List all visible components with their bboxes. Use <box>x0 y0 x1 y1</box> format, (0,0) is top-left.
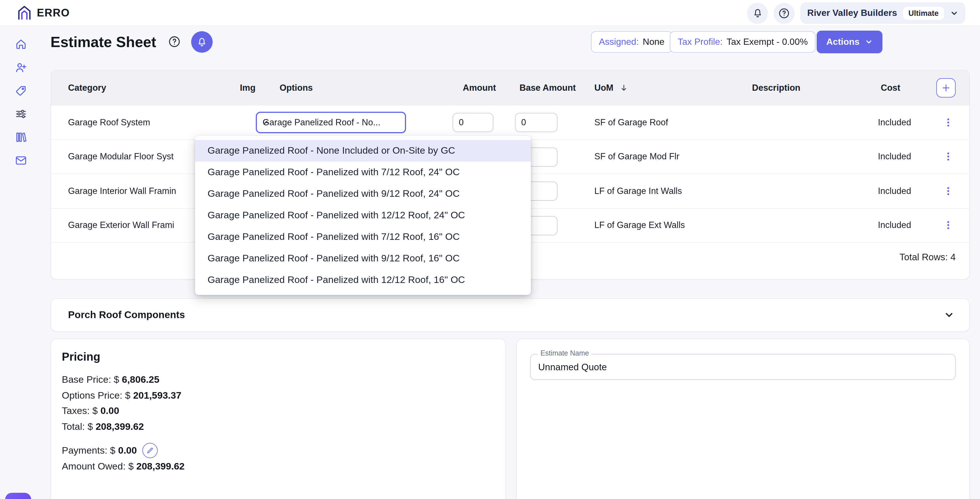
plan-badge: Ultimate <box>903 6 944 19</box>
porch-roof-section-header[interactable]: Porch Roof Components <box>51 298 970 332</box>
price-label: Total: <box>62 421 85 432</box>
porch-section-title: Porch Roof Components <box>68 309 185 321</box>
dropdown-option[interactable]: Garage Panelized Roof - Panelized with 7… <box>195 162 531 183</box>
row-cost: Included <box>878 152 911 162</box>
options-select-value: Garage Panelized Roof - No... <box>262 118 380 127</box>
page-title: Estimate Sheet <box>51 33 156 51</box>
row-uom: LF of Garage Ext Walls <box>594 220 685 230</box>
column-header-amount: Amount <box>463 83 496 93</box>
question-icon <box>778 7 790 19</box>
currency-symbol: $ <box>110 445 115 456</box>
currency-symbol: $ <box>128 461 134 472</box>
sidebar-item-messages[interactable] <box>15 154 27 167</box>
tax-profile-label: Tax Profile: <box>678 37 722 47</box>
base-price-line: Base Price: $ 6,806.25 <box>62 372 505 388</box>
options-price-line: Options Price: $ 201,593.37 <box>62 388 505 403</box>
payments-value: 0.00 <box>118 445 137 456</box>
brand-name: ERRO <box>37 7 70 19</box>
topbar-right: River Valley Builders Ultimate <box>747 2 965 24</box>
sidebar-item-options-sliders[interactable] <box>15 108 27 120</box>
column-header-uom: UoM <box>594 83 613 93</box>
row-category: Garage Roof System <box>68 118 150 127</box>
price-label: Options Price: <box>62 390 123 400</box>
column-header-img: Img <box>240 83 256 93</box>
row-category: Garage Exterior Wall Frami <box>68 220 174 230</box>
org-switcher[interactable]: River Valley Builders Ultimate <box>800 2 965 24</box>
app-root: ERRO <box>0 0 980 499</box>
actions-button[interactable]: Actions <box>817 31 882 53</box>
sidebar-item-library[interactable] <box>15 131 27 143</box>
amount-owed-line: Amount Owed: $ 208,399.62 <box>62 458 505 474</box>
sidebar-item-home[interactable] <box>15 38 27 51</box>
table-header-row: Category Img Options Amount Base Amount … <box>51 70 969 105</box>
column-header-base-amount: Base Amount <box>520 83 576 93</box>
amount-input[interactable] <box>453 113 493 132</box>
estimate-name-input[interactable] <box>531 354 955 379</box>
org-name: River Valley Builders <box>807 8 897 18</box>
pricing-title: Pricing <box>62 350 505 364</box>
taxes-line: Taxes: $ 0.00 <box>62 403 505 419</box>
chevron-up-icon <box>262 119 270 126</box>
price-label: Base Price: <box>62 374 111 385</box>
dropdown-option[interactable]: Garage Panelized Roof - Panelized with 7… <box>195 226 531 248</box>
options-select[interactable]: Garage Panelized Roof - No... <box>256 112 406 133</box>
help-button[interactable] <box>774 3 795 24</box>
currency-symbol: $ <box>92 405 98 416</box>
tax-profile-selector[interactable]: Tax Profile: Tax Exempt - 0.00% <box>670 31 816 53</box>
row-uom: LF of Garage Int Walls <box>594 186 682 196</box>
row-menu-button[interactable] <box>940 218 956 234</box>
sort-descending-icon[interactable] <box>619 83 628 92</box>
price-label: Amount Owed: <box>62 461 126 472</box>
currency-symbol: $ <box>88 421 93 432</box>
plus-icon <box>941 83 951 93</box>
dropdown-option[interactable]: Garage Panelized Roof - Panelized with 1… <box>195 205 531 226</box>
base-amount-input[interactable] <box>515 113 557 132</box>
page-notifications-button[interactable] <box>191 31 213 53</box>
row-menu-button[interactable] <box>940 183 956 199</box>
price-value: 6,806.25 <box>122 374 159 385</box>
tax-profile-value: Tax Exempt - 0.00% <box>727 37 808 47</box>
page-help-button[interactable] <box>168 35 181 48</box>
row-category: Garage Modular Floor Syst <box>68 152 173 162</box>
chevron-down-icon <box>865 38 873 46</box>
pricing-card: Pricing Base Price: $ 6,806.25 Options P… <box>51 338 506 499</box>
price-value: 208,399.62 <box>95 421 144 432</box>
edit-payments-button[interactable] <box>143 443 158 458</box>
assigned-value: None <box>643 37 665 47</box>
dropdown-option[interactable]: Garage Panelized Roof - Panelized with 9… <box>195 248 531 269</box>
dropdown-option[interactable]: Garage Panelized Roof - None Included or… <box>195 140 531 162</box>
row-menu-button[interactable] <box>940 114 956 130</box>
chat-widget-button[interactable] <box>5 493 31 499</box>
notifications-button[interactable] <box>747 3 768 24</box>
estimate-details-card: Estimate Name <box>516 338 970 499</box>
brand[interactable]: ERRO <box>16 0 70 26</box>
row-menu-button[interactable] <box>940 149 956 165</box>
options-dropdown-menu: Garage Panelized Roof - None Included or… <box>195 136 531 295</box>
price-value: 208,399.62 <box>137 461 185 472</box>
column-header-options: Options <box>280 83 313 93</box>
chevron-down-icon <box>950 9 958 17</box>
bell-icon <box>196 36 208 48</box>
topbar: ERRO <box>0 0 980 26</box>
row-cost: Included <box>878 186 911 196</box>
currency-symbol: $ <box>114 374 119 385</box>
payments-label: Payments: <box>62 445 107 456</box>
estimate-name-label: Estimate Name <box>538 349 592 357</box>
row-cost: Included <box>878 220 911 230</box>
table-row: Garage Roof System Garage Panelized Roof… <box>51 105 969 140</box>
total-line: Total: $ 208,399.62 <box>62 419 505 434</box>
price-value: 201,593.37 <box>133 390 181 400</box>
brand-house-logo-icon <box>16 5 33 22</box>
add-row-button[interactable] <box>936 78 956 97</box>
dropdown-option[interactable]: Garage Panelized Roof - Panelized with 9… <box>195 183 531 205</box>
chevron-down-icon <box>944 310 955 320</box>
total-rows-label: Total Rows: 4 <box>899 252 956 262</box>
assigned-selector[interactable]: Assigned: None <box>591 31 672 53</box>
sidebar-item-add-user[interactable] <box>15 61 27 74</box>
row-uom: SF of Garage Roof <box>594 118 668 127</box>
sidebar-item-pricing-tags[interactable] <box>15 84 27 97</box>
price-label: Taxes: <box>62 405 90 416</box>
assigned-label: Assigned: <box>599 37 639 47</box>
dropdown-option[interactable]: Garage Panelized Roof - Panelized with 1… <box>195 269 531 291</box>
column-header-cost: Cost <box>881 83 900 93</box>
